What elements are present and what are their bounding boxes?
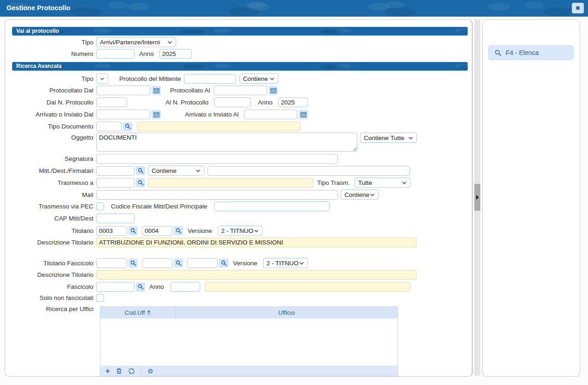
arrivato-al-label: Arrivato o Inviato Al — [185, 111, 239, 118]
mail-input[interactable] — [96, 190, 338, 200]
trasmesso-a-input[interactable] — [96, 178, 135, 188]
calendar-icon — [153, 112, 159, 117]
oggetto-textarea[interactable]: DOCUMENTI — [96, 133, 357, 152]
goto-numero-input[interactable] — [96, 49, 135, 59]
titolario-fascicolo-code2-input[interactable] — [142, 258, 172, 268]
titolario-fascicolo-code3-search-button[interactable] — [219, 258, 228, 268]
titolario-code1-search-button[interactable] — [129, 226, 138, 235]
arrivato-dal-calendar-button[interactable] — [152, 110, 161, 119]
panel-splitter[interactable] — [474, 19, 480, 376]
oggetto-match-select[interactable]: Contiene Tutte — [360, 133, 417, 143]
tipo-documento-search-button[interactable] — [123, 122, 132, 131]
mitt-dest-search-button[interactable] — [136, 166, 145, 175]
al-n-protocollo-input[interactable] — [214, 98, 251, 107]
trasmesso-via-pec-label: Trasmesso via PEC — [5, 203, 96, 210]
titolario-fascicolo-code1-search-button[interactable] — [129, 258, 138, 268]
protocollato-dal-calendar-button[interactable] — [152, 86, 161, 95]
protocollato-al-calendar-button[interactable] — [269, 86, 278, 95]
segnatura-label: Segnatura — [5, 155, 96, 162]
tipo-documento-descr-field — [137, 122, 300, 131]
cap-mitt-dest-label: CAP Mitt/Dest — [5, 215, 96, 222]
arrivato-al-calendar-button[interactable] — [299, 110, 308, 119]
uffici-column-ufficio[interactable]: Ufficio — [176, 307, 398, 318]
window-titlebar: Gestione Protocollo ✖ — [0, 0, 588, 17]
tipo-trasm-select[interactable]: Tutte — [355, 177, 410, 188]
refresh-button[interactable] — [128, 368, 135, 374]
titolario-label: Titolario — [5, 227, 96, 234]
delete-row-button[interactable] — [116, 368, 122, 374]
mitt-dest-text-input[interactable] — [208, 166, 410, 176]
sort-icon[interactable] — [147, 310, 151, 316]
prot-mittente-input[interactable] — [184, 74, 236, 84]
calendar-icon — [153, 88, 159, 93]
close-button[interactable]: ✖ — [572, 3, 584, 13]
protocollato-dal-label: Protocollato Dal — [5, 87, 96, 94]
splitter-handle[interactable] — [474, 184, 480, 211]
arrivato-al-input[interactable] — [244, 110, 297, 119]
titolario-code2-input[interactable] — [142, 226, 172, 236]
main-form-panel: Vai al protocollo Tipo Arrivi/Partenze/I… — [5, 19, 472, 377]
dal-n-protocollo-input[interactable] — [96, 98, 127, 107]
actions-panel: F4 - Elenca — [482, 19, 580, 377]
trasmesso-a-descr-field — [148, 178, 313, 188]
goto-numero-label: Numero — [5, 50, 96, 57]
goto-tipo-label: Tipo — [5, 39, 96, 46]
protocollato-al-input[interactable] — [214, 86, 267, 95]
uffici-table-body — [100, 318, 398, 366]
descrizione-titolario-field — [96, 238, 416, 247]
chevron-down-icon — [370, 193, 375, 196]
titolario-code2-search-button[interactable] — [174, 226, 183, 235]
mitt-dest-code-input[interactable] — [96, 166, 135, 176]
descrizione-titolario-label: Descrizione Titolario — [5, 239, 96, 246]
fascicolo-anno-input[interactable] — [171, 282, 200, 292]
f4-elenca-label: F4 - Elenca — [506, 49, 539, 56]
search-tipo-select[interactable] — [96, 73, 108, 84]
chevron-down-icon — [299, 262, 304, 265]
search-icon — [138, 284, 144, 290]
goto-anno-input[interactable] — [159, 49, 192, 59]
versione-fascicolo-label: Versione — [233, 260, 257, 267]
search-tipo-label: Tipo — [5, 75, 96, 82]
add-row-button[interactable]: + — [105, 368, 110, 374]
search-icon — [130, 228, 136, 234]
fascicolo-search-button[interactable] — [136, 282, 145, 292]
search-icon — [176, 260, 182, 266]
titolario-fascicolo-code2-search-button[interactable] — [174, 258, 183, 268]
trasmesso-a-search-button[interactable] — [136, 178, 145, 187]
search-anno-label: Anno — [258, 99, 273, 106]
titolario-code1-input[interactable] — [96, 226, 127, 236]
cap-mitt-dest-input[interactable] — [96, 214, 135, 223]
mail-match-select[interactable]: Contiene — [341, 189, 379, 200]
window-title: Gestione Protocollo — [6, 4, 70, 12]
codice-fiscale-input[interactable] — [214, 202, 330, 211]
dal-n-protocollo-label: Dal N. Protocollo — [5, 99, 96, 106]
fascicolo-input[interactable] — [96, 282, 135, 292]
goto-anno-label: Anno — [139, 50, 154, 57]
collapse-arrow-icon — [476, 195, 479, 200]
mitt-dest-firmatari-label: Mitt./Dest./Firmatari — [5, 167, 96, 174]
arrivato-dal-input[interactable] — [96, 110, 150, 119]
search-icon — [138, 168, 144, 174]
mitt-dest-match-select[interactable]: Contiene — [148, 165, 204, 176]
uffici-column-coduff[interactable]: Cod.Uff — [100, 307, 176, 318]
goto-tipo-select[interactable]: Arrivi/Partenze/Interni — [96, 37, 176, 47]
chevron-down-icon — [100, 77, 104, 80]
titolario-fascicolo-label: Titolario Fascicolo — [5, 260, 96, 267]
tipo-documento-input[interactable] — [96, 122, 122, 131]
trasmesso-via-pec-checkbox[interactable] — [96, 202, 104, 210]
protocollato-dal-input[interactable] — [96, 86, 150, 95]
solo-non-fascicolati-checkbox[interactable] — [96, 294, 104, 302]
prot-mittente-match-select[interactable]: Contiene — [239, 73, 278, 84]
titolario-fascicolo-code1-input[interactable] — [96, 258, 127, 268]
tipo-trasm-label: Tipo Trasm. — [317, 179, 350, 186]
segnatura-input[interactable] — [96, 154, 338, 164]
settings-button[interactable]: ⚙ — [147, 368, 153, 374]
versione-select[interactable]: 2 - TITNUO — [218, 226, 263, 236]
versione-label: Versione — [188, 227, 212, 234]
search-anno-input[interactable] — [278, 98, 308, 107]
f4-elenca-button[interactable]: F4 - Elenca — [488, 45, 574, 60]
window-body: Vai al protocollo Tipo Arrivi/Partenze/I… — [0, 17, 588, 385]
versione-fascicolo-select[interactable]: 2 - TITNUO — [263, 258, 308, 268]
titolario-fascicolo-code3-input[interactable] — [187, 258, 218, 268]
chevron-down-icon — [167, 41, 172, 44]
